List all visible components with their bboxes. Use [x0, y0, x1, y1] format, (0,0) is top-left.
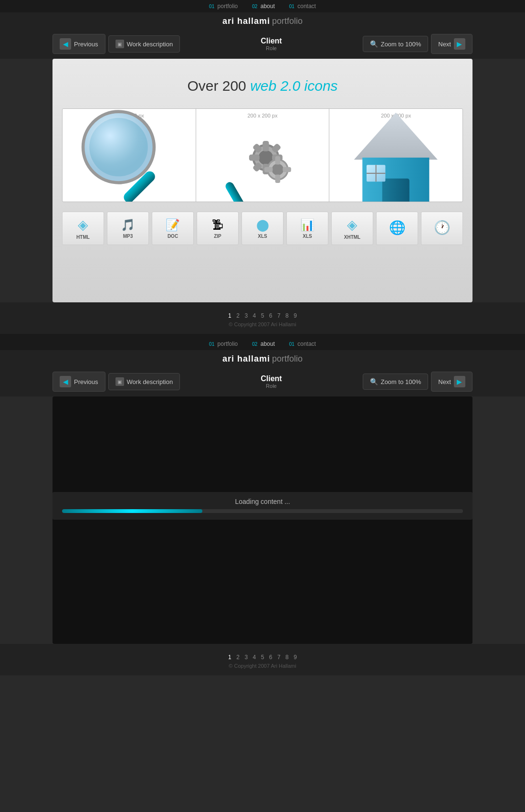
work-desc-button-2[interactable]: ▣ Work description	[108, 373, 180, 390]
page2-3[interactable]: 3	[244, 654, 248, 661]
prev-arrow-icon-2: ◀	[60, 376, 71, 387]
copyright-bottom: © Copyright 2007 Ari Hallami	[0, 663, 525, 674]
icon-doc: 📝 DOC	[152, 212, 194, 245]
svg-rect-22	[382, 178, 410, 202]
svg-point-1	[89, 118, 148, 176]
prev-button[interactable]: ◀ Previous	[52, 34, 105, 54]
page-7[interactable]: 7	[277, 312, 281, 319]
zoom-label-2: Zoom to 100%	[381, 378, 421, 385]
prev-button-2[interactable]: ◀ Previous	[52, 372, 105, 392]
zoom-label: Zoom to 100%	[381, 41, 421, 48]
icon-zip: 🗜 ZIP	[197, 212, 239, 245]
icon-cell-gear: 200 x 200 px	[196, 109, 330, 202]
loading-bar-container: Loading content ...	[52, 492, 472, 520]
icon-html: ◈ HTML	[62, 212, 104, 245]
icon-xhtml: ◈ XHTML	[331, 212, 373, 245]
zoom-icon-2: 🔍	[370, 378, 378, 385]
page2-5[interactable]: 5	[261, 654, 264, 661]
page2-8[interactable]: 8	[285, 654, 289, 661]
client-label: Client	[261, 37, 282, 45]
toolbar2-right: 🔍 Zoom to 100% Next ▶	[363, 372, 472, 392]
page-6[interactable]: 6	[269, 312, 273, 319]
copyright-top: © Copyright 2007 Ari Hallami	[0, 321, 525, 333]
icon-mp3: 🎵 MP3	[107, 212, 149, 245]
nav2-contact[interactable]: 01 contact	[289, 341, 316, 347]
zip-label: ZIP	[214, 234, 221, 239]
site-portfolio: portfolio	[272, 16, 303, 26]
frame-title: Over 200 web 2.0 icons	[62, 68, 463, 94]
toolbar-top: ◀ Previous ▣ Work description Client Rol…	[52, 29, 472, 59]
work-desc-button[interactable]: ▣ Work description	[108, 35, 180, 53]
svg-rect-15	[275, 156, 280, 165]
top-nav: 01 portfolio 02 about 01 contact	[0, 0, 525, 12]
svg-point-14	[272, 163, 284, 175]
icon-xls: ⬤ XLS	[242, 212, 284, 245]
loading-dark-bottom	[52, 520, 472, 644]
next-label-2: Next	[438, 378, 451, 385]
icon-clock: 🕐	[421, 212, 463, 245]
page2-1[interactable]: 1	[228, 654, 231, 661]
zoom-button[interactable]: 🔍 Zoom to 100%	[363, 36, 429, 52]
next-button[interactable]: Next ▶	[431, 34, 472, 54]
icon-xls2: 📊 XLS	[286, 212, 328, 245]
icon-cell-house: 200 x 200 px	[329, 109, 462, 202]
page2-9[interactable]: 9	[294, 654, 297, 661]
svg-rect-5	[262, 141, 269, 151]
toolbar-left: ◀ Previous ▣ Work description	[52, 34, 180, 54]
site-name: ari hallami	[222, 16, 270, 26]
doc-icon: ▣	[116, 40, 124, 48]
svg-rect-7	[249, 154, 260, 160]
xls2-icon: 📊	[300, 218, 315, 232]
svg-marker-20	[354, 113, 438, 160]
house-icon	[333, 121, 459, 198]
page-1[interactable]: 1	[228, 312, 231, 319]
nav-about[interactable]: 02 about	[252, 3, 275, 10]
page2-4[interactable]: 4	[253, 654, 256, 661]
xls-label: XLS	[258, 234, 267, 239]
pagination-top: 1 2 3 4 5 6 7 8 9	[0, 306, 525, 321]
loading-text: Loading content ...	[62, 498, 463, 505]
page2-2[interactable]: 2	[236, 654, 240, 661]
next-arrow-icon-2: ▶	[454, 376, 465, 387]
client-label-2: Client	[261, 374, 282, 383]
toolbar2-left: ◀ Previous ▣ Work description	[52, 372, 180, 392]
role-label-2: Role	[261, 383, 282, 389]
icon-cell-magnifier: 200 x 200 px	[63, 109, 196, 202]
nav2-portfolio[interactable]: 01 portfolio	[209, 341, 238, 347]
svg-rect-18	[283, 167, 291, 172]
page-9[interactable]: 9	[294, 312, 297, 319]
page-5[interactable]: 5	[261, 312, 264, 319]
toolbar-right: 🔍 Zoom to 100% Next ▶	[363, 34, 472, 54]
icons-large-row: 200 x 200 px	[62, 108, 463, 202]
frame-title-start: Over 200	[187, 78, 246, 94]
top-nav-2: 01 portfolio 02 about 01 contact	[0, 338, 525, 350]
section-divider	[0, 334, 525, 338]
toolbar-bottom: ◀ Previous ▣ Work description Client Rol…	[52, 367, 472, 396]
pagination-bottom: 1 2 3 4 5 6 7 8 9	[0, 648, 525, 663]
role-label: Role	[261, 45, 282, 51]
page2-7[interactable]: 7	[277, 654, 281, 661]
page-4[interactable]: 4	[253, 312, 256, 319]
work-desc-label-2: Work description	[127, 378, 173, 385]
page-2[interactable]: 2	[236, 312, 240, 319]
next-label: Next	[438, 41, 451, 48]
page2-6[interactable]: 6	[269, 654, 273, 661]
page-3[interactable]: 3	[244, 312, 248, 319]
work-desc-label: Work description	[127, 41, 173, 48]
zoom-button-2[interactable]: 🔍 Zoom to 100%	[363, 374, 429, 390]
frame-title-highlight: web 2.0 icons	[250, 78, 337, 94]
icons-small-row: ◈ HTML 🎵 MP3 📝 DOC 🗜 ZIP ⬤ XLS 📊 XLS	[62, 212, 463, 245]
nav-contact[interactable]: 01 contact	[289, 3, 316, 10]
site-name-2: ari hallami	[222, 354, 270, 363]
nav-portfolio[interactable]: 01 portfolio	[209, 3, 238, 10]
next-button-2[interactable]: Next ▶	[431, 372, 472, 392]
xhtml-icon: ◈	[347, 217, 357, 233]
portfolio-frame: Over 200 web 2.0 icons 200 x 200 px	[52, 59, 472, 302]
loading-dark-top	[52, 396, 472, 492]
prev-label: Previous	[74, 41, 98, 48]
next-arrow-icon: ▶	[454, 38, 465, 50]
page-8[interactable]: 8	[285, 312, 289, 319]
icon-globe: 🌐	[376, 212, 418, 245]
site-title-bar: ari hallamiportfolio	[0, 12, 525, 29]
nav2-about[interactable]: 02 about	[252, 341, 275, 347]
